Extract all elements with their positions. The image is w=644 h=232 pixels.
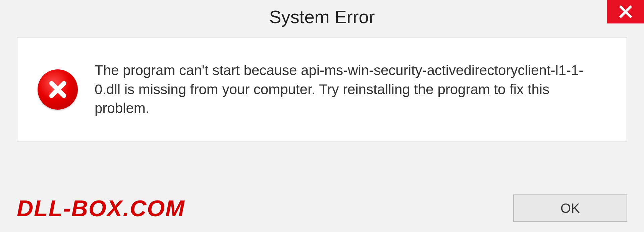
close-button[interactable] (607, 0, 644, 23)
error-message: The program can't start because api-ms-w… (95, 61, 598, 118)
footer: DLL-BOX.COM OK (0, 194, 644, 222)
title-bar: System Error (0, 0, 644, 34)
error-icon (38, 69, 78, 110)
dialog-title: System Error (269, 6, 375, 27)
ok-button[interactable]: OK (513, 194, 627, 222)
close-icon (619, 5, 633, 19)
message-panel: The program can't start because api-ms-w… (17, 37, 627, 142)
watermark-text: DLL-BOX.COM (17, 195, 185, 221)
